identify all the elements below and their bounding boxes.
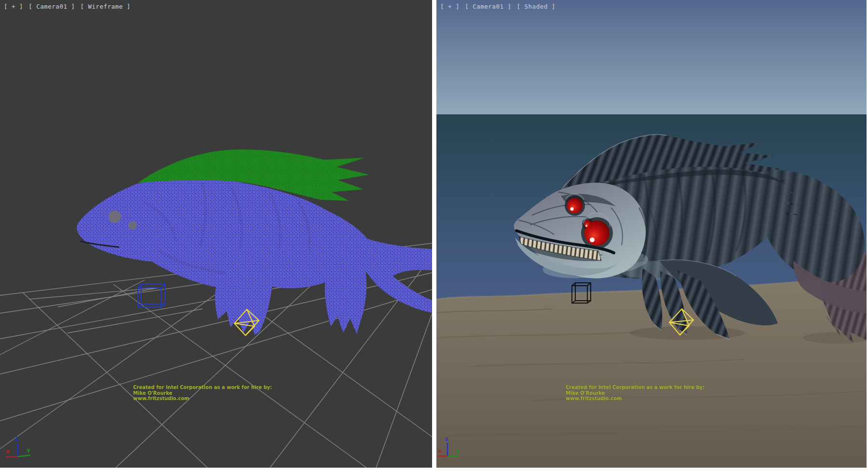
credit-line-3: www.fritzstudio.com <box>566 396 705 402</box>
sky <box>436 0 867 115</box>
viewport-menu-pov[interactable]: [ Camera01 ] <box>28 3 75 10</box>
credit-line-3: www.fritzstudio.com <box>133 396 272 402</box>
axis-z-label: Z <box>15 436 19 442</box>
viewport-label: [ + ] [ Camera01 ] [ Shaded ] <box>440 3 557 10</box>
viewport-shaded[interactable]: [ + ] [ Camera01 ] [ Shaded ] Created fo… <box>436 0 867 468</box>
world-axis-icon: x z y <box>436 434 475 468</box>
credit-text: Created for Intel Corporation as a work … <box>566 385 705 402</box>
fish-body-stipple <box>77 179 432 335</box>
viewport-menu-general[interactable]: [ + ] <box>440 3 460 10</box>
credit-line-1: Created for Intel Corporation as a work … <box>566 385 705 390</box>
viewport-label: [ + ] [ Camera01 ] [ Wireframe ] <box>4 3 132 10</box>
fish-eye-small <box>128 221 137 230</box>
viewport-menu-shading[interactable]: [ Wireframe ] <box>81 3 131 10</box>
viewport-menu-pov[interactable]: [ Camera01 ] <box>465 3 511 10</box>
axis-y-label: y <box>456 448 460 454</box>
credit-line-2: Mike O'Rourke <box>566 390 705 396</box>
max-viewport-split: [ + ] [ Camera01 ] [ Wireframe ] Created… <box>0 0 868 472</box>
credit-line-2: Mike O'Rourke <box>133 390 272 396</box>
axis-y-label: Y <box>26 448 31 454</box>
axis-x-label: X <box>6 449 10 455</box>
fish-eye <box>108 210 121 223</box>
world-axis-icon: X Z Y <box>0 434 39 468</box>
credit-text: Created for Intel Corporation as a work … <box>133 385 272 402</box>
viewport-menu-general[interactable]: [ + ] <box>4 3 23 10</box>
axis-x-label: x <box>438 448 442 454</box>
viewport-menu-shading[interactable]: [ Shaded ] <box>517 3 556 10</box>
viewport-wireframe[interactable]: [ + ] [ Camera01 ] [ Wireframe ] Created… <box>0 0 432 468</box>
credit-line-1: Created for Intel Corporation as a work … <box>133 385 272 390</box>
dummy-helper-box[interactable] <box>138 284 165 307</box>
fish-model-wireframe[interactable] <box>77 150 432 335</box>
axis-z-label: z <box>445 436 448 442</box>
